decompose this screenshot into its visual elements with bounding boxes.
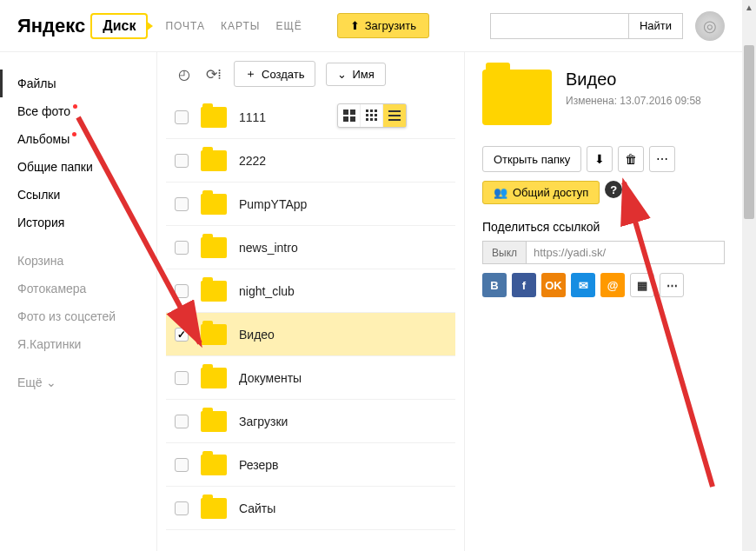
file-checkbox[interactable] xyxy=(175,197,189,211)
link-toggle[interactable]: Выкл xyxy=(482,241,527,264)
more-actions-button[interactable]: ⋯ xyxy=(649,146,675,172)
sidebar-item-allphoto[interactable]: Все фото xyxy=(0,97,156,125)
svg-rect-13 xyxy=(388,110,401,112)
file-name: Документы xyxy=(239,371,302,385)
disk-logo[interactable]: Диск xyxy=(90,13,148,39)
social-fb[interactable]: f xyxy=(512,273,536,297)
folder-icon xyxy=(201,150,227,171)
nav-more[interactable]: ЕЩЁ xyxy=(275,20,302,32)
file-checkbox[interactable] xyxy=(175,284,189,298)
folder-icon xyxy=(201,498,227,519)
browser-scrollbar[interactable]: ▲ xyxy=(742,0,756,551)
upload-label: Загрузить xyxy=(365,19,416,32)
search-input[interactable] xyxy=(490,13,629,39)
sync-icon[interactable]: ⟳⁞ xyxy=(204,64,223,83)
file-row[interactable]: Документы xyxy=(166,356,455,400)
nav-mail[interactable]: ПОЧТА xyxy=(165,20,205,32)
toolbar: ◴ ⟳⁞ ＋Создать ⌄Имя xyxy=(157,52,464,96)
file-row[interactable]: night_club xyxy=(166,269,455,313)
sidebar-more[interactable]: Ещё ⌄ xyxy=(0,368,156,396)
download-button[interactable]: ⬇ xyxy=(587,146,613,172)
share-link-label: Поделиться ссылкой xyxy=(482,220,725,234)
sidebar-item-camera[interactable]: Фотокамера xyxy=(0,275,156,302)
file-row[interactable]: Загрузки xyxy=(166,400,455,443)
search-button[interactable]: Найти xyxy=(629,13,683,39)
share-link-input[interactable] xyxy=(527,241,725,264)
social-qr[interactable]: ▦ xyxy=(630,273,654,297)
file-row[interactable]: news_intro xyxy=(166,226,455,269)
social-ok[interactable]: OK xyxy=(541,273,566,297)
nav-maps[interactable]: КАРТЫ xyxy=(221,20,260,32)
upload-icon: ⬆ xyxy=(350,19,360,32)
svg-rect-14 xyxy=(388,115,401,116)
folder-icon xyxy=(201,281,227,302)
file-checkbox[interactable] xyxy=(175,110,189,124)
file-checkbox[interactable] xyxy=(175,501,189,515)
folder-icon-large xyxy=(482,70,552,125)
open-folder-button[interactable]: Открыть папку xyxy=(482,146,581,172)
view-small-tiles[interactable] xyxy=(361,104,383,127)
social-more[interactable]: ⋯ xyxy=(660,273,684,297)
file-checkbox[interactable] xyxy=(175,415,189,428)
svg-rect-6 xyxy=(375,110,377,112)
sidebar-item-history[interactable]: История xyxy=(0,209,156,236)
download-icon: ⬇ xyxy=(594,152,605,166)
file-checkbox[interactable] xyxy=(175,154,189,168)
history-icon[interactable]: ◴ xyxy=(175,64,194,83)
yandex-logo[interactable]: Яндекс xyxy=(17,15,85,37)
sidebar-item-albums[interactable]: Альбомы xyxy=(0,125,156,153)
svg-rect-9 xyxy=(375,114,377,116)
file-checkbox[interactable] xyxy=(175,371,189,385)
upload-button[interactable]: ⬆ Загрузить xyxy=(337,13,429,38)
file-checkbox[interactable] xyxy=(175,328,189,342)
sidebar-item-yapics[interactable]: Я.Картинки xyxy=(0,330,156,358)
social-vk[interactable]: В xyxy=(482,273,507,297)
file-row[interactable]: 2222 xyxy=(166,139,455,183)
sidebar-item-files[interactable]: Файлы xyxy=(0,70,156,97)
view-list[interactable] xyxy=(383,104,406,127)
folder-icon xyxy=(201,368,227,388)
file-name: news_intro xyxy=(239,241,298,255)
file-list: 11112222PumpYTAppnews_intronight_clubВид… xyxy=(157,96,464,530)
file-row[interactable]: PumpYTApp xyxy=(166,183,455,226)
avatar[interactable]: ◎ xyxy=(695,11,725,41)
search: Найти xyxy=(490,13,683,39)
folder-icon xyxy=(201,324,227,345)
delete-button[interactable]: 🗑 xyxy=(618,146,644,172)
file-name: night_club xyxy=(239,284,295,298)
file-row[interactable]: Резерв xyxy=(166,443,455,487)
file-checkbox[interactable] xyxy=(175,241,189,255)
scroll-thumb[interactable] xyxy=(744,45,754,219)
help-icon[interactable]: ? xyxy=(605,181,622,198)
file-row[interactable]: Сайты xyxy=(166,487,455,530)
svg-rect-8 xyxy=(370,114,373,116)
view-large-tiles[interactable] xyxy=(338,104,361,127)
chevron-down-icon: ⌄ xyxy=(337,68,347,81)
sidebar-item-trash[interactable]: Корзина xyxy=(0,247,156,275)
sidebar-item-shared[interactable]: Общие папки xyxy=(0,153,156,181)
sidebar: ФайлыВсе фотоАльбомыОбщие папкиСсылкиИст… xyxy=(0,52,156,551)
share-access-button[interactable]: 👥Общий доступ xyxy=(482,181,600,204)
sort-button[interactable]: ⌄Имя xyxy=(326,63,385,86)
folder-icon xyxy=(201,237,227,258)
scroll-up-arrow[interactable]: ▲ xyxy=(742,0,756,14)
sidebar-item-links[interactable]: Ссылки xyxy=(0,181,156,209)
svg-rect-3 xyxy=(350,116,355,122)
detail-modified: Изменена: 13.07.2016 09:58 xyxy=(566,95,701,107)
file-checkbox[interactable] xyxy=(175,458,189,472)
file-name: 2222 xyxy=(239,154,266,168)
social-at[interactable]: @ xyxy=(600,273,625,297)
svg-rect-4 xyxy=(366,110,368,112)
file-name: Видео xyxy=(239,328,275,342)
svg-rect-7 xyxy=(366,114,368,116)
sidebar-item-socphoto[interactable]: Фото из соцсетей xyxy=(0,302,156,330)
view-switcher xyxy=(337,103,407,128)
file-row[interactable]: 1111 xyxy=(166,96,455,139)
dots-icon: ⋯ xyxy=(656,152,668,166)
create-button[interactable]: ＋Создать xyxy=(234,61,315,87)
social-mail[interactable]: ✉ xyxy=(571,273,595,297)
file-row[interactable]: Видео xyxy=(166,313,455,356)
header-nav: ПОЧТА КАРТЫ ЕЩЁ xyxy=(165,20,302,32)
file-name: PumpYTApp xyxy=(239,197,307,211)
chevron-down-icon: ⌄ xyxy=(46,375,56,389)
